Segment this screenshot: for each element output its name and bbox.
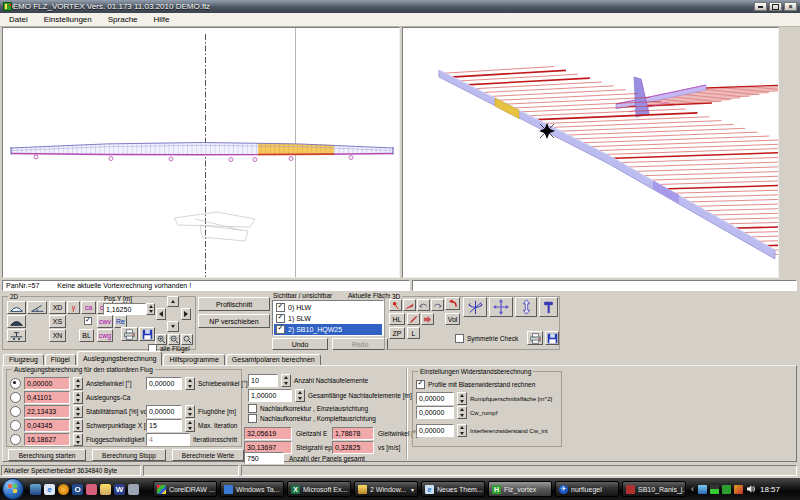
outlook-icon[interactable]: O xyxy=(72,484,83,495)
zoom-3d-button[interactable] xyxy=(515,297,537,317)
task-excel[interactable]: X Microsoft Ex... xyxy=(287,481,351,497)
show-desktop-icon[interactable] xyxy=(30,484,41,495)
menu-sprache[interactable]: Sprache xyxy=(108,15,138,24)
stabilitaet-radio[interactable] xyxy=(10,406,21,417)
marker-pin-button[interactable] xyxy=(389,299,402,311)
surface-listbox[interactable]: 0) HLW 1) SLW 2) SB10_HQW25 xyxy=(272,300,384,336)
tools-hammer-button[interactable] xyxy=(539,297,558,317)
symmetrie-check-checkbox[interactable] xyxy=(455,334,464,343)
save-2d-button[interactable] xyxy=(139,327,155,341)
surface-select-button[interactable] xyxy=(403,299,416,311)
tilt-right-button[interactable] xyxy=(431,299,444,311)
nachlauf-laenge-input[interactable]: 1,00000 xyxy=(248,389,292,402)
signal-tray-icon[interactable] xyxy=(710,485,719,494)
max-iteration-input[interactable]: 15 xyxy=(146,419,182,432)
tray-collapse-chevron[interactable]: ‹ xyxy=(691,484,694,494)
flughoehe-spinner[interactable] xyxy=(185,405,195,418)
task-flz-vortex[interactable]: H Flz_vortex xyxy=(488,481,552,497)
geschwindigkeit-radio[interactable] xyxy=(10,434,21,445)
task-neues-thema[interactable]: e Neues Them... xyxy=(421,481,485,497)
menu-hilfe[interactable]: Hilfe xyxy=(154,15,170,24)
canopy-filled-view-button[interactable] xyxy=(7,315,26,328)
bl-button[interactable]: BL xyxy=(79,329,94,342)
geschwindigkeit-input[interactable]: 16,18627 xyxy=(24,433,70,446)
zp-button[interactable]: ZP xyxy=(389,327,405,339)
taskbar-clock[interactable]: 18:57 xyxy=(760,485,780,494)
nachlauf-anzahl-spinner[interactable] xyxy=(281,374,291,387)
auslegungs-ca-radio[interactable] xyxy=(10,392,21,403)
cw-int-spinner[interactable] xyxy=(457,424,467,437)
schwerpunkt-spinner[interactable] xyxy=(73,419,83,432)
schwerpunkt-input[interactable]: 0,04345 xyxy=(24,419,70,432)
xs-button[interactable]: XS xyxy=(49,315,66,328)
rotate-3d-button[interactable] xyxy=(463,297,487,317)
cwg-button[interactable]: cwg xyxy=(97,329,113,342)
print-3d-button[interactable] xyxy=(527,331,543,345)
canopy-view-button[interactable] xyxy=(7,301,26,314)
surface-list-item[interactable]: 1) SLW xyxy=(274,313,382,324)
media-player-icon[interactable] xyxy=(58,484,69,495)
direction-button[interactable] xyxy=(421,313,434,325)
l-button[interactable]: L xyxy=(407,327,420,339)
vol-button[interactable]: Vol xyxy=(445,313,460,325)
np-verschieben-button[interactable]: NP verschieben xyxy=(198,314,270,328)
flughoehe-input[interactable]: 0,00000 xyxy=(146,405,182,418)
task-sb10-ranis[interactable]: SB10_Ranis_j... xyxy=(622,481,686,497)
tab-auslegungsrechnung[interactable]: Auslegungsberechnung xyxy=(77,351,163,366)
undo-button[interactable]: Undo xyxy=(272,338,328,350)
anstellwinkel-input[interactable]: 0,00000 xyxy=(24,377,70,390)
hl-button[interactable]: HL xyxy=(389,313,405,325)
profilschnitt-button[interactable]: Profilschnitt xyxy=(198,297,270,311)
nachlauf-komplett-checkbox[interactable] xyxy=(248,414,257,423)
photoshop-icon[interactable] xyxy=(86,484,97,495)
move-3d-button[interactable] xyxy=(489,297,513,317)
surface-2-checkbox[interactable] xyxy=(276,325,285,334)
rumpfflaeche-input[interactable]: 0,00000 xyxy=(416,392,454,405)
task-nurfluegel[interactable]: ✈ nurfluegel xyxy=(555,481,619,497)
stabilitaet-input[interactable]: 22,13433 xyxy=(24,405,70,418)
anstellwinkel-spinner[interactable] xyxy=(73,377,83,390)
angle-view-button[interactable] xyxy=(27,301,47,314)
nachlauf-anzahl-input[interactable]: 10 xyxy=(248,374,278,387)
schiebewinkel-spinner[interactable] xyxy=(185,377,195,390)
rumpfflaeche-spinner[interactable] xyxy=(457,392,467,405)
surface-list-item-selected[interactable]: 2) SB10_HQW25 xyxy=(274,324,382,335)
folder-quicklaunch-icon[interactable] xyxy=(100,484,111,495)
surface-1-checkbox[interactable] xyxy=(276,314,285,323)
redo-button[interactable]: Redo xyxy=(332,338,388,350)
cwv-button[interactable]: cwv xyxy=(97,315,113,328)
menu-einstellungen[interactable]: Einstellungen xyxy=(44,15,92,24)
blasenwiderstand-checkbox[interactable] xyxy=(416,380,425,389)
edit-pencil-button[interactable] xyxy=(407,313,420,325)
berechnung-starten-button[interactable]: Berechnung starten xyxy=(8,449,86,461)
posy-input[interactable]: 1,16250 xyxy=(103,303,146,315)
plane-front-view-button[interactable] xyxy=(7,329,26,342)
posy-spinner[interactable] xyxy=(146,303,155,315)
nachlauf-laenge-spinner[interactable] xyxy=(295,389,305,402)
anstellwinkel-radio[interactable] xyxy=(10,378,21,389)
menu-datei[interactable]: Datei xyxy=(9,15,28,24)
view-undo-button[interactable] xyxy=(445,297,460,310)
xd-button[interactable]: XD xyxy=(49,301,66,314)
task-coreldraw[interactable]: CorelDRAW ... xyxy=(153,481,217,497)
cw-int-input[interactable]: 0,00000 xyxy=(416,424,454,437)
front-view-panel[interactable] xyxy=(2,27,400,278)
task-windows-explorer[interactable]: Windows Ta... xyxy=(220,481,284,497)
print-2d-button[interactable] xyxy=(121,327,138,341)
tilt-left-button[interactable] xyxy=(417,299,430,311)
explorer-quicklaunch-icon[interactable] xyxy=(128,484,139,495)
auslegungs-ca-input[interactable]: 0,41101 xyxy=(24,391,70,404)
ca-checkbox[interactable] xyxy=(84,317,92,325)
nachlauf-einzel-checkbox[interactable] xyxy=(248,404,257,413)
cw-rumpf-input[interactable]: 0,00000 xyxy=(416,406,454,419)
network-tray-icon[interactable] xyxy=(698,485,707,494)
close-button[interactable]: × xyxy=(784,2,797,11)
stabilitaet-spinner[interactable] xyxy=(73,405,83,418)
auslegungs-ca-spinner[interactable] xyxy=(73,391,83,404)
berechnete-werte-button[interactable]: Berechnete Werte xyxy=(172,449,244,461)
xn-button[interactable]: XN xyxy=(49,329,66,342)
surface-0-checkbox[interactable] xyxy=(276,303,285,312)
three-d-view-panel[interactable] xyxy=(402,27,779,278)
update-tray-icon[interactable] xyxy=(734,485,743,494)
start-button[interactable] xyxy=(2,478,24,500)
